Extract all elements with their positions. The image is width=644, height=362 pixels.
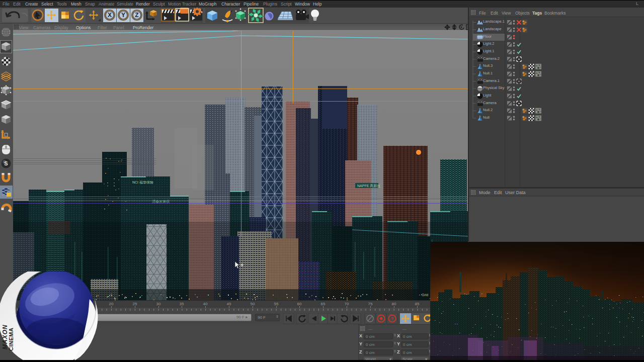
svg-text:Z: Z [135,12,138,19]
svg-text:25: 25 [133,302,137,306]
svg-text:75: 75 [368,302,373,306]
svg-text:Grid: Grid [422,293,428,297]
svg-text:X: X [108,12,112,19]
svg-text:70: 70 [345,302,349,306]
svg-text:30: 30 [156,302,161,306]
svg-text:NCI 福华保险: NCI 福华保险 [132,180,153,185]
svg-text:45: 45 [227,302,231,306]
svg-text:40: 40 [203,302,208,306]
svg-text:65: 65 [321,302,326,306]
svg-text:80: 80 [392,302,396,306]
svg-text:清春发展俱: 清春发展俱 [152,200,170,204]
svg-text:20: 20 [109,302,114,306]
svg-text:S: S [4,160,8,166]
svg-text:55: 55 [274,302,279,306]
svg-text:NAPFE 高新区: NAPFE 高新区 [357,184,380,188]
svg-text:85: 85 [415,302,420,306]
svg-text:60: 60 [297,302,302,306]
svg-text:35: 35 [180,302,184,306]
svg-text:Y: Y [121,12,125,19]
svg-text:?: ? [391,316,394,321]
svg-text:50: 50 [251,302,255,306]
